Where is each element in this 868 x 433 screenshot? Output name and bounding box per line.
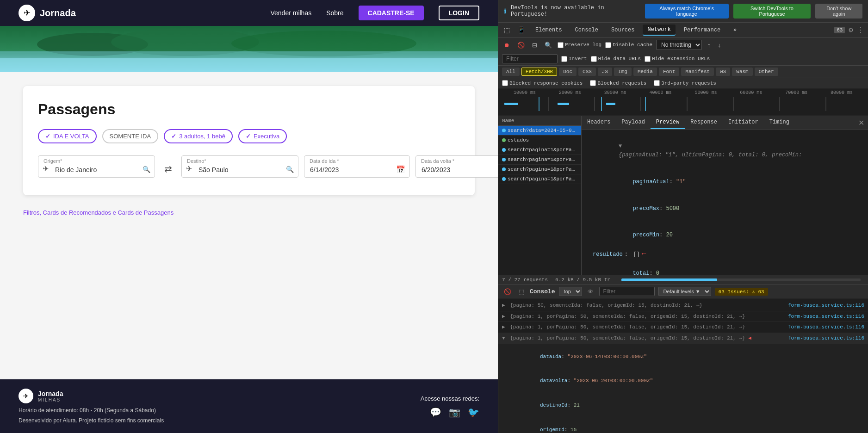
chip-manifest[interactable]: Manifest — [681, 68, 714, 76]
request-item-1[interactable]: estados — [498, 136, 581, 145]
chip-fetch-xhr[interactable]: Fetch/XHR — [521, 68, 557, 76]
preserve-log-checkbox[interactable] — [558, 42, 564, 48]
instagram-icon[interactable]: 📷 — [449, 407, 460, 418]
footer-right: Acesse nossas redes: 💬 📷 🐦 — [421, 395, 479, 418]
search-network-button[interactable]: 🔍 — [543, 41, 554, 49]
console-issues-badge[interactable]: 63 Issues: ⚠ 63 — [715, 288, 768, 296]
disable-cache-label[interactable]: Disable cache — [605, 42, 652, 48]
request-item-2[interactable]: search?pagina=1&porPagina=... — [498, 145, 581, 155]
chip-font[interactable]: Font — [659, 68, 679, 76]
chip-css[interactable]: CSS — [578, 68, 596, 76]
expand-2[interactable]: ▶ — [502, 324, 505, 330]
chip-doc[interactable]: Doc — [559, 68, 577, 76]
nav-vender[interactable]: Vender milhas — [270, 9, 311, 17]
cadastre-button[interactable]: CADASTRE-SE — [359, 6, 424, 20]
detail-tab-timing[interactable]: Timing — [764, 116, 795, 129]
chip-other[interactable]: Other — [755, 68, 778, 76]
third-party-checkbox[interactable] — [654, 80, 660, 86]
throttling-select[interactable]: No throttling — [656, 40, 702, 50]
tab-sources[interactable]: Sources — [607, 25, 639, 35]
tab-network[interactable]: Network — [643, 25, 675, 36]
inspect-icon[interactable]: ⬚ — [502, 25, 512, 35]
console-row-3: ▼ {pagina: 1, porPagina: 50, somenteIda:… — [498, 333, 868, 344]
preserve-log-label[interactable]: Preserve log — [558, 42, 601, 48]
nav-sobre[interactable]: Sobre — [326, 9, 343, 17]
expand-0[interactable]: ▶ — [502, 303, 505, 308]
whatsapp-icon[interactable]: 💬 — [430, 407, 441, 418]
third-party-label[interactable]: 3rd-party requests — [654, 80, 716, 86]
expand-3[interactable]: ▼ — [502, 335, 505, 341]
source-1[interactable]: form-busca.service.ts:116 — [788, 313, 864, 321]
lang-switch-button[interactable]: Switch DevTools to Portuguese — [733, 4, 811, 19]
filter-info-link[interactable]: Filtros, Cards de Recomendados e Cards d… — [23, 209, 475, 216]
detail-tab-initiator[interactable]: Initiator — [723, 116, 764, 129]
chip-ws[interactable]: WS — [716, 68, 730, 76]
detail-tab-preview[interactable]: Preview — [651, 116, 685, 129]
console-levels-select[interactable]: Default levels ▼ — [658, 287, 711, 296]
svg-rect-5 — [0, 58, 498, 72]
invert-checkbox[interactable] — [561, 56, 567, 62]
expand-summary[interactable]: ▼ — [619, 143, 622, 149]
console-eye-btn[interactable]: 👁 — [586, 287, 595, 296]
ida-volta-chip[interactable]: ✓ IDA E VOLTA — [38, 129, 97, 143]
tab-console[interactable]: Console — [570, 25, 603, 35]
logo-icon: ✈ — [19, 5, 35, 21]
chip-img[interactable]: Img — [614, 68, 632, 76]
blocked-requests-checkbox[interactable] — [590, 80, 596, 86]
hide-ext-urls-label[interactable]: Hide extension URLs — [645, 56, 710, 62]
swap-button[interactable]: ⇄ — [161, 160, 176, 178]
export-btn[interactable]: ↓ — [716, 41, 723, 49]
close-detail-button[interactable]: ✕ — [855, 116, 868, 129]
tab-more[interactable]: » — [729, 25, 741, 35]
detail-tab-headers[interactable]: Headers — [582, 116, 616, 129]
console-inspect-btn[interactable]: ⬚ — [517, 287, 526, 296]
hide-data-urls-label[interactable]: Hide data URLs — [591, 56, 641, 62]
hide-ext-urls-checkbox[interactable] — [645, 56, 651, 62]
lang-match-button[interactable]: Always match Chrome's language — [645, 4, 729, 19]
blocked-cookies-label[interactable]: Blocked response cookies — [502, 80, 583, 86]
request-item-4[interactable]: search?pagina=1&porPagina=... — [498, 165, 581, 174]
detail-tab-payload[interactable]: Payload — [616, 116, 650, 129]
source-2[interactable]: form-busca.service.ts:116 — [788, 323, 864, 331]
lang-dont-show-button[interactable]: Don't show again — [815, 4, 862, 19]
invert-label[interactable]: Invert — [561, 56, 587, 62]
class-chip[interactable]: ✓ Executiva — [238, 129, 287, 143]
tab-performance[interactable]: Performance — [679, 25, 725, 35]
chip-wasm[interactable]: Wasm — [732, 68, 752, 76]
source-0[interactable]: form-busca.service.ts:116 — [788, 302, 864, 309]
expand-1[interactable]: ▶ — [502, 314, 505, 319]
console-clear-btn[interactable]: 🚫 — [502, 287, 513, 296]
json-summary-line: ▼ {paginaAtual: "1", ultimaPagina: 0, to… — [585, 133, 864, 169]
device-icon[interactable]: 📱 — [515, 25, 527, 35]
clear-button[interactable]: 🚫 — [515, 41, 527, 49]
more-icon[interactable]: ⋮ — [857, 25, 864, 35]
record-button[interactable]: ⏺ — [502, 41, 512, 49]
tab-elements[interactable]: Elements — [531, 25, 567, 35]
source-3[interactable]: form-busca.service.ts:116 — [788, 334, 864, 342]
filter-toggle-button[interactable]: ⊟ — [530, 41, 539, 49]
chip-all[interactable]: All — [502, 68, 520, 76]
chip-js[interactable]: JS — [598, 68, 612, 76]
console-filter-input[interactable] — [599, 287, 655, 296]
twitter-icon[interactable]: 🐦 — [468, 407, 479, 418]
issues-badge: 63 — [834, 27, 845, 33]
hide-data-urls-checkbox[interactable] — [591, 56, 597, 62]
console-top-select[interactable]: top — [559, 287, 582, 296]
request-item-0[interactable]: search?data=2024-05-08T15:3... — [498, 126, 581, 136]
disable-cache-checkbox[interactable] — [605, 42, 611, 48]
blocked-cookies-checkbox[interactable] — [502, 80, 508, 86]
request-item-5[interactable]: search?pagina=1&porPagina=... — [498, 174, 581, 184]
somente-ida-chip[interactable]: SOMENTE IDA — [102, 129, 159, 143]
filter-input[interactable] — [502, 54, 558, 63]
passengers-chip[interactable]: ✓ 3 adultos, 1 bebê — [164, 129, 233, 143]
chip-media[interactable]: Media — [633, 68, 657, 76]
blocked-requests-label[interactable]: Blocked requests — [590, 80, 646, 86]
req-name-2: search?pagina=1&porPagina=... — [508, 147, 577, 153]
devtools-lang-bar: ℹ DevTools is now available in Portugues… — [498, 0, 868, 23]
settings-icon[interactable]: ⚙ — [849, 25, 853, 35]
request-item-3[interactable]: search?pagina=1&porPagina=... — [498, 155, 581, 165]
login-button[interactable]: LOGIN — [439, 6, 479, 20]
detail-tab-response[interactable]: Response — [685, 116, 723, 129]
import-btn[interactable]: ↑ — [706, 41, 713, 49]
blocked-row: Blocked response cookies Blocked request… — [498, 78, 868, 88]
